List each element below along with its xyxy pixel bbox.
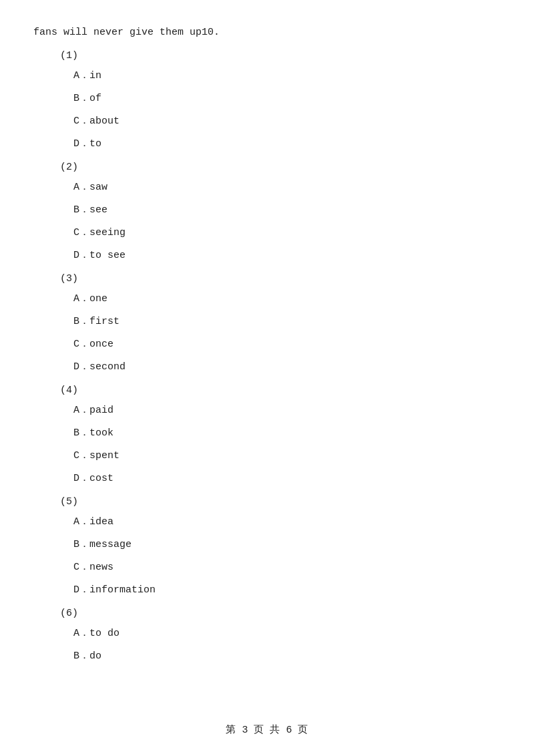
page-content: fans will never give them up10. (1)A．inB…: [0, 0, 534, 711]
question-block-4: (4)A．paidB．tookC．spentD．cost: [33, 385, 501, 487]
questions-container: (1)A．inB．ofC．aboutD．to(2)A．sawB．seeC．see…: [33, 50, 501, 665]
question-number-3: (3): [60, 273, 501, 285]
question-number-1: (1): [60, 50, 501, 61]
intro-text: fans will never give them up10.: [33, 27, 501, 38]
option-1-A: A．in: [73, 68, 501, 84]
option-3-B: B．first: [73, 314, 501, 330]
question-block-2: (2)A．sawB．seeC．seeingD．to see: [33, 162, 501, 264]
option-4-D: D．cost: [73, 471, 501, 487]
option-3-A: A．one: [73, 291, 501, 307]
option-6-B: B．do: [73, 648, 501, 665]
question-block-5: (5)A．ideaB．messageC．newsD．information: [33, 496, 501, 598]
option-4-C: C．spent: [73, 448, 501, 464]
option-5-D: D．information: [73, 582, 501, 598]
question-number-4: (4): [60, 385, 501, 396]
option-2-B: B．see: [73, 202, 501, 218]
question-number-2: (2): [60, 162, 501, 173]
option-2-A: A．saw: [73, 180, 501, 196]
option-3-D: D．second: [73, 359, 501, 375]
option-5-C: C．news: [73, 560, 501, 576]
option-1-B: B．of: [73, 91, 501, 107]
option-6-A: A．to do: [73, 626, 501, 642]
option-4-B: B．took: [73, 425, 501, 441]
option-5-A: A．idea: [73, 514, 501, 530]
option-4-A: A．paid: [73, 403, 501, 419]
option-1-D: D．to: [73, 136, 501, 152]
question-number-6: (6): [60, 608, 501, 619]
question-block-1: (1)A．inB．ofC．aboutD．to: [33, 50, 501, 152]
option-2-C: C．seeing: [73, 225, 501, 241]
question-block-3: (3)A．oneB．firstC．onceD．second: [33, 273, 501, 375]
option-1-C: C．about: [73, 114, 501, 130]
question-block-6: (6)A．to doB．do: [33, 608, 501, 665]
option-3-C: C．once: [73, 337, 501, 353]
option-2-D: D．to see: [73, 248, 501, 264]
page-footer: 第 3 页 共 6 页: [0, 723, 534, 736]
option-5-B: B．message: [73, 537, 501, 553]
question-number-5: (5): [60, 496, 501, 508]
